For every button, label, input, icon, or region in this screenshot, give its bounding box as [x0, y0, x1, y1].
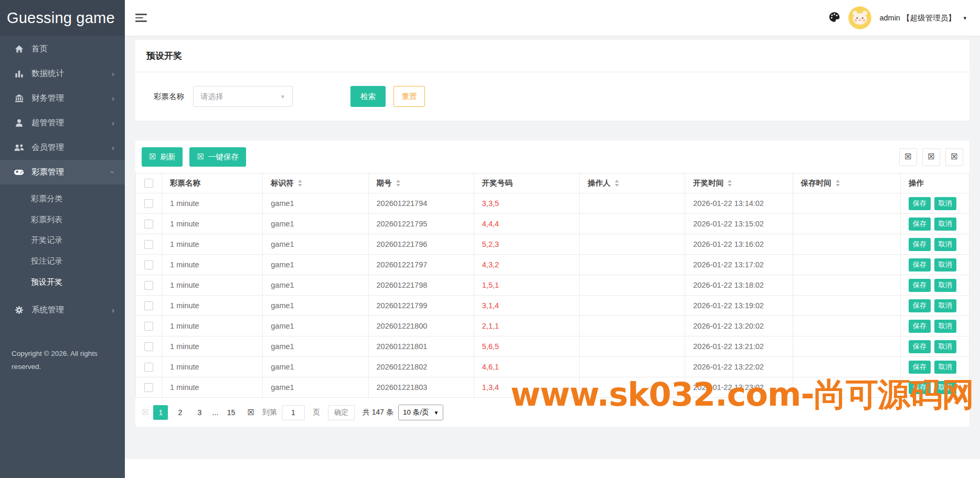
search-button[interactable]: 检索 [350, 86, 386, 107]
cell-issue: 202601221802 [368, 357, 474, 377]
sort-icon[interactable] [836, 180, 840, 187]
sidebar-item-label: 财务管理 [31, 93, 64, 104]
cell-issue: 202601221797 [368, 255, 474, 275]
page-number-15[interactable]: 15 [223, 405, 238, 420]
save-all-button[interactable]: ☒ 一键保存 [189, 147, 246, 167]
sort-icon[interactable] [298, 180, 302, 187]
row-checkbox[interactable] [144, 342, 153, 351]
cell-operator [580, 255, 685, 275]
row-checkbox[interactable] [144, 383, 153, 392]
sidebar-item-2[interactable]: 财务管理› [0, 86, 125, 111]
page-number-1[interactable]: 1 [153, 405, 168, 420]
sidebar-item-5[interactable]: 彩票管理› [0, 160, 125, 184]
lottery-name-select[interactable]: 请选择 ▼ [193, 86, 293, 107]
sidebar-item-0[interactable]: 首页 [0, 37, 125, 61]
palette-icon[interactable] [828, 11, 840, 25]
refresh-button[interactable]: ☒ 刷新 [142, 147, 183, 167]
column-header-label: 标识符 [271, 178, 294, 188]
sidebar-item-6[interactable]: 系统管理› [0, 298, 125, 322]
sidebar-subitem-4[interactable]: 预设开奖 [0, 271, 125, 292]
cell-name: 1 minute [162, 316, 263, 336]
row-checkbox[interactable] [144, 363, 153, 372]
row-cancel-button[interactable]: 取消 [934, 238, 956, 251]
confirm-button[interactable]: 确定 [328, 405, 355, 420]
row-save-button[interactable]: 保存 [909, 258, 931, 271]
sidebar-item-3[interactable]: 超管管理› [0, 111, 125, 135]
cell-code: game1 [263, 357, 368, 377]
row-cancel-button[interactable]: 取消 [934, 218, 956, 231]
next-page-icon[interactable]: ☒ [247, 409, 254, 417]
cell-operator [580, 316, 685, 336]
prev-page-icon[interactable]: ☒ [142, 409, 148, 417]
row-checkbox[interactable] [144, 301, 153, 310]
sort-icon[interactable] [615, 180, 619, 187]
chevron-right-icon: › [112, 119, 114, 127]
cell-numbers: 3,1,4 [474, 296, 579, 316]
row-save-button[interactable]: 保存 [909, 361, 931, 374]
table-tool-button-2[interactable]: ☒ [922, 148, 940, 166]
reset-button[interactable]: 重置 [393, 86, 425, 107]
table-tool-button-1[interactable]: ☒ [899, 148, 917, 166]
cell-save_time [793, 193, 900, 214]
cell-save_time [793, 234, 900, 255]
row-cancel-button[interactable]: 取消 [934, 361, 956, 374]
sort-icon[interactable] [396, 180, 400, 187]
sort-icon[interactable] [728, 180, 732, 187]
sidebar-item-4[interactable]: 会员管理› [0, 135, 125, 160]
row-checkbox[interactable] [144, 240, 153, 249]
cell-issue: 202601221798 [368, 275, 474, 296]
row-cancel-button[interactable]: 取消 [934, 299, 956, 312]
app-window: Guessing game 首页数据统计›财务管理›超管管理›会员管理›彩票管理… [0, 0, 980, 478]
row-save-button[interactable]: 保存 [909, 320, 931, 333]
row-cancel-button[interactable]: 取消 [934, 197, 956, 210]
row-save-button[interactable]: 保存 [909, 279, 931, 292]
hamburger-icon[interactable] [135, 14, 147, 22]
row-save-button[interactable]: 保存 [909, 340, 931, 353]
row-checkbox[interactable] [144, 220, 153, 229]
chevron-right-icon: › [112, 70, 114, 78]
cell-actions: 保存取消 [900, 193, 969, 214]
cell-save_time [793, 336, 900, 357]
cell-name: 1 minute [162, 255, 263, 275]
sidebar-menu: 首页数据统计›财务管理›超管管理›会员管理›彩票管理›彩票分类彩票列表开奖记录投… [0, 36, 125, 322]
broken-glyph-icon: ☒ [951, 153, 957, 161]
select-all-checkbox[interactable] [144, 179, 153, 188]
row-save-button[interactable]: 保存 [909, 197, 931, 210]
page-size-select[interactable]: 10 条/页 ▼ [398, 405, 443, 420]
sidebar-subitem-0[interactable]: 彩票分类 [0, 189, 125, 210]
row-checkbox[interactable] [144, 260, 153, 269]
cell-actions: 保存取消 [900, 234, 969, 255]
jump-page-input[interactable] [282, 405, 305, 420]
cell-issue: 202601221795 [368, 214, 474, 234]
broken-glyph-icon: ☒ [197, 153, 204, 161]
user-menu[interactable]: admin 【超级管理员】 ▾ [828, 6, 966, 29]
row-cancel-button[interactable]: 取消 [934, 279, 956, 292]
lottery-name-label: 彩票名称 [154, 92, 184, 102]
row-checkbox[interactable] [144, 199, 153, 208]
sidebar-item-label: 系统管理 [31, 305, 64, 316]
avatar[interactable] [848, 6, 871, 29]
cell-code: game1 [263, 316, 368, 336]
sidebar-subitem-2[interactable]: 开奖记录 [0, 230, 125, 251]
cell-open_time: 2026-01-22 13:20:02 [685, 316, 793, 336]
cell-code: game1 [263, 336, 368, 357]
row-cancel-button[interactable]: 取消 [934, 320, 956, 333]
cell-actions: 保存取消 [900, 316, 969, 336]
column-header-label: 保存时间 [801, 178, 832, 188]
row-save-button[interactable]: 保存 [909, 299, 931, 312]
sidebar-subitem-3[interactable]: 投注记录 [0, 251, 125, 272]
row-cancel-button[interactable]: 取消 [934, 340, 956, 353]
row-checkbox[interactable] [144, 281, 153, 290]
column-header-label: 开奖号码 [482, 178, 513, 188]
row-cancel-button[interactable]: 取消 [934, 258, 956, 271]
row-save-button[interactable]: 保存 [909, 218, 931, 231]
row-checkbox[interactable] [144, 322, 153, 331]
sidebar-item-1[interactable]: 数据统计› [0, 61, 125, 86]
sidebar-subitem-1[interactable]: 彩票列表 [0, 210, 125, 231]
page-number-2[interactable]: 2 [173, 405, 187, 420]
table-tool-button-3[interactable]: ☒ [945, 148, 963, 166]
row-save-button[interactable]: 保存 [909, 238, 931, 251]
cell-actions: 保存取消 [900, 336, 969, 357]
cell-operator [580, 214, 685, 234]
page-number-3[interactable]: 3 [192, 405, 207, 420]
